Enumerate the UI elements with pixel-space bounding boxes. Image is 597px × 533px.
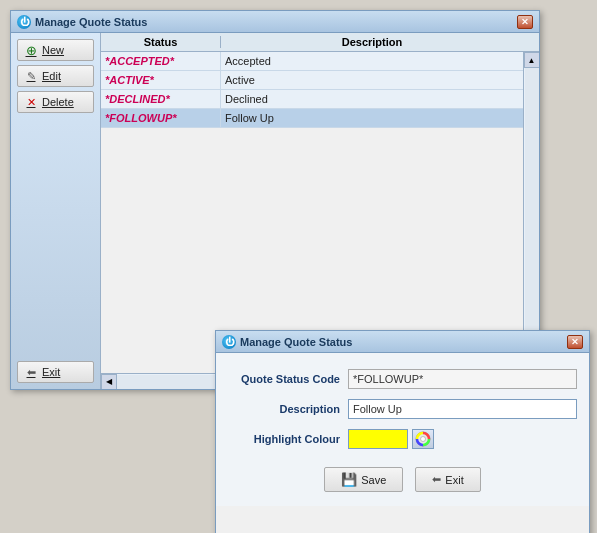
table-row[interactable]: *ACCEPTED* Accepted bbox=[101, 52, 523, 71]
new-icon: ⊕ bbox=[24, 43, 38, 57]
exit-icon: ⬅ bbox=[24, 365, 38, 379]
save-button[interactable]: 💾 Save bbox=[324, 467, 403, 492]
cell-status: *FOLLOWUP* bbox=[101, 109, 221, 127]
cell-status: *ACCEPTED* bbox=[101, 52, 221, 70]
cell-description: Active bbox=[221, 71, 523, 89]
app-icon: ⏻ bbox=[17, 15, 31, 29]
table-row[interactable]: *ACTIVE* Active bbox=[101, 71, 523, 90]
dialog-app-icon: ⏻ bbox=[222, 335, 236, 349]
dialog-window: ⏻ Manage Quote Status ✕ Quote Status Cod… bbox=[215, 330, 590, 533]
cell-status: *DECLINED* bbox=[101, 90, 221, 108]
status-code-row: Quote Status Code bbox=[228, 369, 577, 389]
description-input[interactable] bbox=[348, 399, 577, 419]
cell-status: *ACTIVE* bbox=[101, 71, 221, 89]
new-button[interactable]: ⊕ New bbox=[17, 39, 94, 61]
svg-point-1 bbox=[421, 437, 426, 442]
dialog-title-left: ⏻ Manage Quote Status bbox=[222, 335, 352, 349]
dialog-title: Manage Quote Status bbox=[240, 336, 352, 348]
scroll-up-arrow[interactable]: ▲ bbox=[524, 52, 540, 68]
delete-button[interactable]: ✕ Delete bbox=[17, 91, 94, 113]
highlight-row: Highlight Colour bbox=[228, 429, 577, 449]
cell-description: Accepted bbox=[221, 52, 523, 70]
status-code-label: Quote Status Code bbox=[228, 373, 348, 385]
description-row: Description bbox=[228, 399, 577, 419]
vertical-scrollbar[interactable]: ▲ ▼ bbox=[523, 52, 539, 373]
exit-button[interactable]: ⬅ Exit bbox=[17, 361, 94, 383]
main-close-button[interactable]: ✕ bbox=[517, 15, 533, 29]
table-row-selected[interactable]: *FOLLOWUP* Follow Up bbox=[101, 109, 523, 128]
dialog-title-bar: ⏻ Manage Quote Status ✕ bbox=[216, 331, 589, 353]
dialog-exit-icon: ⬅ bbox=[432, 473, 441, 486]
color-wheel-icon bbox=[415, 431, 431, 447]
scroll-track bbox=[525, 68, 539, 357]
table-body-container: *ACCEPTED* Accepted *ACTIVE* Active *DEC… bbox=[101, 52, 539, 373]
column-status: Status bbox=[101, 36, 221, 48]
cell-description: Declined bbox=[221, 90, 523, 108]
save-icon: 💾 bbox=[341, 472, 357, 487]
column-description: Description bbox=[221, 36, 523, 48]
status-code-input[interactable] bbox=[348, 369, 577, 389]
main-title-bar: ⏻ Manage Quote Status ✕ bbox=[11, 11, 539, 33]
edit-button[interactable]: ✎ Edit bbox=[17, 65, 94, 87]
table-scroll[interactable]: *ACCEPTED* Accepted *ACTIVE* Active *DEC… bbox=[101, 52, 523, 373]
color-picker-button[interactable] bbox=[412, 429, 434, 449]
cell-description: Follow Up bbox=[221, 109, 523, 127]
main-window-title: Manage Quote Status bbox=[35, 16, 147, 28]
table-header: Status Description bbox=[101, 33, 539, 52]
description-label: Description bbox=[228, 403, 348, 415]
dialog-content: Quote Status Code Description Highlight … bbox=[216, 353, 589, 506]
scroll-spacer bbox=[523, 36, 539, 48]
dialog-exit-button[interactable]: ⬅ Exit bbox=[415, 467, 480, 492]
delete-icon: ✕ bbox=[24, 95, 38, 109]
highlight-label: Highlight Colour bbox=[228, 433, 348, 445]
dialog-buttons: 💾 Save ⬅ Exit bbox=[228, 459, 577, 496]
edit-icon: ✎ bbox=[24, 69, 38, 83]
sidebar: ⊕ New ✎ Edit ✕ Delete ⬅ Exit bbox=[11, 33, 101, 389]
table-row[interactable]: *DECLINED* Declined bbox=[101, 90, 523, 109]
scroll-left-arrow[interactable]: ◀ bbox=[101, 374, 117, 390]
title-bar-left: ⏻ Manage Quote Status bbox=[17, 15, 147, 29]
color-swatch[interactable] bbox=[348, 429, 408, 449]
sidebar-spacer bbox=[17, 117, 94, 357]
highlight-controls bbox=[348, 429, 434, 449]
dialog-close-button[interactable]: ✕ bbox=[567, 335, 583, 349]
